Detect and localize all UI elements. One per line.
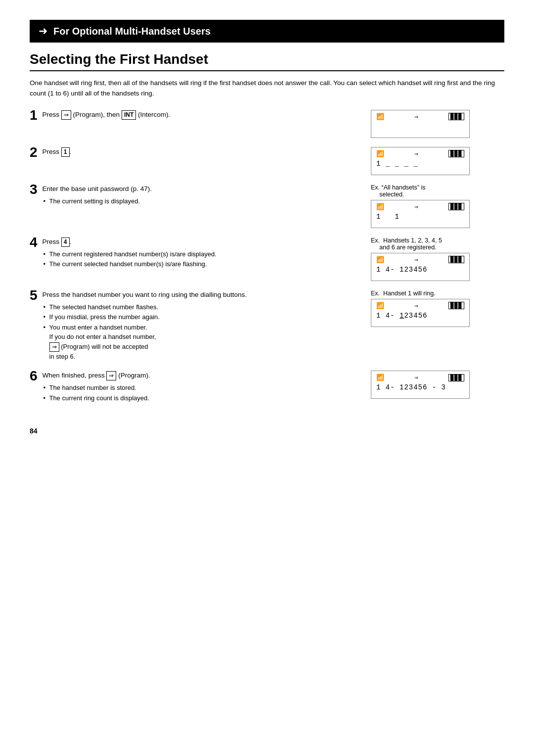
step-2-left: 2 Press 1. bbox=[30, 147, 371, 159]
header-banner: ➜ For Optional Multi-Handset Users bbox=[30, 20, 504, 43]
step-6-row: 6 When finished, press ⇒ (Program). The … bbox=[30, 371, 504, 403]
lcd-signal-icon: 📶 bbox=[376, 150, 384, 158]
step-4-lcd: 📶 ⇒ ▊▊▊ 1 4- 123456 bbox=[371, 253, 470, 281]
lcd-battery-icon: ▊▊▊ bbox=[448, 150, 464, 157]
step-4-row: 4 Press 4. The current registered handse… bbox=[30, 237, 504, 281]
intro-paragraph: One handset will ring first, then all of… bbox=[30, 78, 504, 99]
lcd-signal-icon: 📶 bbox=[376, 302, 384, 310]
banner-arrow-icon: ➜ bbox=[39, 25, 47, 38]
step-1-content: Press ⇒ (Program), then INT (Intercom). bbox=[43, 110, 356, 120]
lcd-battery-icon: ▊▊▊ bbox=[448, 113, 464, 120]
lcd-battery-icon: ▊▊▊ bbox=[448, 302, 464, 309]
step-1-right: 📶 ⇒ ▊▊▊ bbox=[371, 110, 504, 138]
lcd-arrow-icon: ⇒ bbox=[414, 203, 418, 211]
step-5-number: 5 bbox=[30, 288, 38, 302]
step-2-content: Press 1. bbox=[43, 147, 356, 157]
step-2-row: 2 Press 1. 📶 ⇒ ▊▊▊ 1 _ _ _ _ bbox=[30, 147, 504, 175]
banner-title: For Optional Multi-Handset Users bbox=[53, 26, 211, 37]
page-number: 84 bbox=[30, 427, 504, 435]
key-4-icon: 4 bbox=[61, 237, 70, 247]
steps-area: 1 Press ⇒ (Program), then INT (Intercom)… bbox=[30, 110, 504, 412]
step-6-lcd: 📶 ⇒ ▊▊▊ 1 4- 123456 - 3 bbox=[371, 371, 470, 399]
step-5-text: Press the handset number you want to rin… bbox=[43, 290, 356, 300]
program-key-icon: ⇒ bbox=[61, 110, 71, 120]
step-6-text: When finished, press ⇒ (Program). bbox=[43, 371, 356, 381]
step-4-content: Press 4. The current registered handset … bbox=[43, 237, 356, 270]
lcd-arrow-icon: ⇒ bbox=[414, 302, 418, 310]
step-3-bullet-1: The current setting is displayed. bbox=[43, 196, 356, 206]
step-3-bullets: The current setting is displayed. bbox=[43, 196, 356, 206]
step-3-content: Enter the base unit password (p. 47). Th… bbox=[43, 184, 356, 206]
lcd-battery-icon: ▊▊▊ bbox=[448, 203, 464, 210]
step-1-row: 1 Press ⇒ (Program), then INT (Intercom)… bbox=[30, 110, 504, 138]
step-2-text: Press 1. bbox=[43, 148, 72, 155]
step-4-note: Ex. Handsets 1, 2, 3, 4, 5 and 6 are reg… bbox=[371, 237, 442, 251]
lcd-arrow-icon: ⇒ bbox=[414, 374, 418, 381]
step-6-number: 6 bbox=[30, 369, 38, 383]
step-3-lcd-display: 1 1 bbox=[376, 213, 464, 224]
program-key-icon-3: ⇒ bbox=[106, 371, 116, 380]
lcd-signal-icon: 📶 bbox=[376, 113, 384, 121]
step-6-lcd-display: 1 4- 123456 - 3 bbox=[376, 383, 464, 394]
step-1-text: Press ⇒ (Program), then INT (Intercom). bbox=[43, 111, 171, 118]
step-4-text: Press 4. bbox=[43, 237, 356, 247]
step-5-lcd: 📶 ⇒ ▊▊▊ 1 4- 123456 bbox=[371, 299, 470, 327]
page-title: Selecting the First Handset bbox=[30, 51, 504, 71]
step-2-number: 2 bbox=[30, 145, 38, 159]
step-4-left: 4 Press 4. The current registered handse… bbox=[30, 237, 371, 270]
step-1-lcd: 📶 ⇒ ▊▊▊ bbox=[371, 110, 470, 138]
step-5-note: Ex. Handset 1 will ring. bbox=[371, 290, 436, 297]
step-3-text: Enter the base unit password (p. 47). bbox=[43, 184, 356, 194]
lcd-battery-icon: ▊▊▊ bbox=[448, 256, 464, 263]
step-3-note: Ex. “All handsets” is selected. bbox=[371, 184, 425, 198]
step-2-lcd-display: 1 _ _ _ _ bbox=[376, 160, 464, 171]
step-5-bullets: The selected handset number flashes. If … bbox=[43, 302, 356, 361]
program-key-icon-2: ⇒ bbox=[49, 342, 59, 352]
lcd-battery-icon: ▊▊▊ bbox=[448, 374, 464, 381]
step-4-number: 4 bbox=[30, 236, 38, 249]
step-5-lcd-display: 1 4- 123456 bbox=[376, 312, 464, 323]
step-3-row: 3 Enter the base unit password (p. 47). … bbox=[30, 184, 504, 228]
step-6-content: When finished, press ⇒ (Program). The ha… bbox=[43, 371, 356, 403]
step-3-number: 3 bbox=[30, 183, 38, 196]
step-3-left: 3 Enter the base unit password (p. 47). … bbox=[30, 184, 371, 206]
lcd-arrow-icon: ⇒ bbox=[414, 256, 418, 264]
step-4-bullets: The current registered handset number(s)… bbox=[43, 249, 356, 269]
int-key-icon: INT bbox=[122, 110, 136, 120]
lcd-signal-icon: 📶 bbox=[376, 203, 384, 211]
step-4-lcd-display: 1 4- 123456 bbox=[376, 266, 464, 277]
step-4-bullet-2: The current selected handset number(s) i… bbox=[43, 259, 356, 269]
step-5-content: Press the handset number you want to rin… bbox=[43, 290, 356, 362]
step-5-right: Ex. Handset 1 will ring. 📶 ⇒ ▊▊▊ 1 4- 12… bbox=[371, 290, 504, 327]
lcd-signal-icon: 📶 bbox=[376, 374, 384, 381]
step-1-number: 1 bbox=[30, 108, 38, 122]
step-1-left: 1 Press ⇒ (Program), then INT (Intercom)… bbox=[30, 110, 371, 122]
step-5-left: 5 Press the handset number you want to r… bbox=[30, 290, 371, 362]
lcd-arrow-icon: ⇒ bbox=[414, 113, 418, 121]
step-5-bullet-1: The selected handset number flashes. bbox=[43, 302, 356, 312]
step-6-left: 6 When finished, press ⇒ (Program). The … bbox=[30, 371, 371, 403]
step-1-lcd-display bbox=[376, 123, 464, 134]
step-5-bullet-3: You must enter a handset number. If you … bbox=[43, 323, 356, 361]
step-4-right: Ex. Handsets 1, 2, 3, 4, 5 and 6 are reg… bbox=[371, 237, 504, 281]
key-1-icon: 1 bbox=[61, 147, 70, 157]
step-6-bullet-1: The handset number is stored. bbox=[43, 383, 356, 393]
step-5-row: 5 Press the handset number you want to r… bbox=[30, 290, 504, 362]
step-3-lcd: 📶 ⇒ ▊▊▊ 1 1 bbox=[371, 200, 470, 228]
lcd-signal-icon: 📶 bbox=[376, 256, 384, 264]
step-4-bullet-1: The current registered handset number(s)… bbox=[43, 249, 356, 259]
step-5-bullet-2: If you misdial, press the number again. bbox=[43, 312, 356, 322]
lcd-arrow-icon: ⇒ bbox=[414, 150, 418, 158]
step-6-bullets: The handset number is stored. The curren… bbox=[43, 383, 356, 403]
step-2-right: 📶 ⇒ ▊▊▊ 1 _ _ _ _ bbox=[371, 147, 504, 175]
step-2-lcd: 📶 ⇒ ▊▊▊ 1 _ _ _ _ bbox=[371, 147, 470, 175]
step-6-right: 📶 ⇒ ▊▊▊ 1 4- 123456 - 3 bbox=[371, 371, 504, 399]
step-6-bullet-2: The current ring count is displayed. bbox=[43, 393, 356, 403]
step-3-right: Ex. “All handsets” is selected. 📶 ⇒ ▊▊▊ … bbox=[371, 184, 504, 228]
